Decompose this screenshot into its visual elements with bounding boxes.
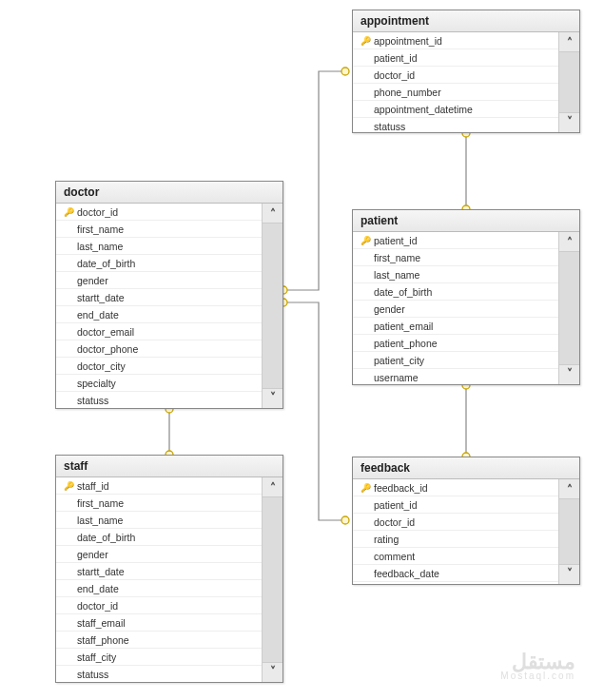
chevron-down-icon[interactable]: ˅ bbox=[567, 567, 573, 580]
field-doctor-doctor_phone[interactable]: doctor_phone bbox=[56, 340, 262, 358]
field-patient-username[interactable]: username bbox=[353, 369, 558, 384]
chevron-up-icon[interactable]: ˄ bbox=[567, 236, 573, 249]
field-appointment-phone_number[interactable]: phone_number bbox=[353, 84, 558, 101]
field-doctor-gender[interactable]: gender bbox=[56, 272, 262, 289]
field-name-label: phone_number bbox=[372, 87, 555, 98]
field-staff-gender[interactable]: gender bbox=[56, 546, 262, 563]
chevron-down-icon[interactable]: ˅ bbox=[567, 115, 573, 128]
field-staff-staff_city[interactable]: staff_city bbox=[56, 649, 262, 666]
field-feedback-comment[interactable]: comment bbox=[353, 548, 558, 565]
field-name-label: statuss bbox=[75, 669, 258, 680]
scrollbar-track[interactable] bbox=[263, 496, 283, 663]
erd-canvas: مستقل Mostaql.com appointment🔑appointmen… bbox=[0, 0, 604, 700]
field-staff-staff_email[interactable]: staff_email bbox=[56, 614, 262, 632]
scrollbar-track[interactable] bbox=[559, 498, 579, 565]
field-appointment-patient_id[interactable]: patient_id bbox=[353, 49, 558, 67]
field-name-label: end_date bbox=[75, 309, 258, 321]
field-name-label: gender bbox=[75, 275, 258, 286]
chevron-up-icon[interactable]: ˄ bbox=[567, 36, 573, 49]
scrollbar-track[interactable] bbox=[559, 51, 579, 113]
field-appointment-appointment_datetime[interactable]: appointment_datetime bbox=[353, 101, 558, 118]
chevron-down-icon[interactable]: ˅ bbox=[567, 367, 573, 380]
chevron-down-icon[interactable]: ˅ bbox=[270, 391, 276, 404]
field-name-label: last_name bbox=[75, 515, 258, 526]
field-name-label: patient_id bbox=[372, 235, 555, 246]
field-name-label: patient_id bbox=[372, 499, 555, 511]
field-staff-first_name[interactable]: first_name bbox=[56, 495, 262, 512]
field-name-label: doctor_email bbox=[75, 326, 258, 338]
field-doctor-last_name[interactable]: last_name bbox=[56, 238, 262, 255]
field-patient-date_of_birth[interactable]: date_of_birth bbox=[353, 283, 558, 301]
primary-key-icon: 🔑 bbox=[62, 207, 75, 217]
field-name-label: patient_id bbox=[372, 52, 555, 64]
field-feedback-doctor_id[interactable]: doctor_id bbox=[353, 514, 558, 531]
field-doctor-doctor_id[interactable]: 🔑doctor_id bbox=[56, 204, 262, 221]
field-name-label: last_name bbox=[75, 241, 258, 252]
field-staff-doctor_id[interactable]: doctor_id bbox=[56, 597, 262, 614]
field-patient-patient_phone[interactable]: patient_phone bbox=[353, 335, 558, 352]
entity-header-staff[interactable]: staff bbox=[56, 456, 283, 477]
field-staff-last_name[interactable]: last_name bbox=[56, 512, 262, 529]
field-doctor-statuss[interactable]: statuss bbox=[56, 392, 262, 408]
field-name-label: end_date bbox=[75, 583, 258, 594]
field-patient-gender[interactable]: gender bbox=[353, 301, 558, 318]
field-doctor-doctor_email[interactable]: doctor_email bbox=[56, 323, 262, 340]
field-name-label: appointment_datetime bbox=[372, 104, 555, 115]
chevron-up-icon[interactable]: ˄ bbox=[270, 207, 276, 221]
chevron-up-icon[interactable]: ˄ bbox=[567, 483, 573, 496]
field-patient-patient_email[interactable]: patient_email bbox=[353, 318, 558, 335]
entity-appointment[interactable]: appointment🔑appointment_idpatient_iddoct… bbox=[352, 10, 580, 133]
field-name-label: last_name bbox=[372, 269, 555, 281]
field-patient-last_name[interactable]: last_name bbox=[353, 266, 558, 283]
field-staff-staff_id[interactable]: 🔑staff_id bbox=[56, 477, 262, 495]
field-patient-patient_city[interactable]: patient_city bbox=[353, 352, 558, 369]
field-feedback-feedback_id[interactable]: 🔑feedback_id bbox=[353, 479, 558, 496]
field-staff-statuss[interactable]: statuss bbox=[56, 666, 262, 682]
scrollbar-appointment[interactable]: ˄˅ bbox=[558, 32, 579, 132]
field-name-label: date_of_birth bbox=[372, 286, 555, 298]
field-name-label: staff_email bbox=[75, 617, 258, 629]
entity-patient[interactable]: patient🔑patient_idfirst_namelast_namedat… bbox=[352, 209, 580, 385]
field-appointment-appointment_id[interactable]: 🔑appointment_id bbox=[353, 32, 558, 49]
entity-feedback[interactable]: feedback🔑feedback_idpatient_iddoctor_idr… bbox=[352, 457, 580, 585]
field-feedback-rating[interactable]: rating bbox=[353, 531, 558, 548]
field-patient-first_name[interactable]: first_name bbox=[353, 249, 558, 266]
field-feedback-patient_id[interactable]: patient_id bbox=[353, 496, 558, 514]
scrollbar-feedback[interactable]: ˄˅ bbox=[558, 479, 579, 584]
chevron-down-icon[interactable]: ˅ bbox=[270, 665, 276, 678]
field-doctor-end_date[interactable]: end_date bbox=[56, 306, 262, 323]
field-name-label: rating bbox=[372, 534, 555, 545]
field-doctor-first_name[interactable]: first_name bbox=[56, 221, 262, 238]
entity-rows-staff: 🔑staff_idfirst_namelast_namedate_of_birt… bbox=[56, 477, 262, 682]
entity-doctor[interactable]: doctor🔑doctor_idfirst_namelast_namedate_… bbox=[55, 181, 283, 409]
field-appointment-statuss[interactable]: statuss bbox=[353, 118, 558, 132]
field-name-label: comment bbox=[372, 551, 555, 562]
scrollbar-track[interactable] bbox=[263, 223, 283, 389]
entity-header-doctor[interactable]: doctor bbox=[56, 182, 283, 204]
field-doctor-specialty[interactable]: specialty bbox=[56, 375, 262, 392]
chevron-up-icon[interactable]: ˄ bbox=[270, 481, 276, 495]
scrollbar-patient[interactable]: ˄˅ bbox=[558, 232, 579, 384]
entity-header-patient[interactable]: patient bbox=[353, 210, 579, 232]
field-staff-staff_phone[interactable]: staff_phone bbox=[56, 632, 262, 649]
field-patient-patient_id[interactable]: 🔑patient_id bbox=[353, 232, 558, 249]
endpoint-feedback-left bbox=[341, 516, 349, 524]
field-doctor-date_of_birth[interactable]: date_of_birth bbox=[56, 255, 262, 272]
field-appointment-doctor_id[interactable]: doctor_id bbox=[353, 67, 558, 84]
field-staff-startt_date[interactable]: startt_date bbox=[56, 563, 262, 580]
field-name-label: feedback_id bbox=[372, 482, 555, 494]
doctor-feedback-line bbox=[283, 302, 345, 520]
entity-header-appointment[interactable]: appointment bbox=[353, 10, 579, 32]
scrollbar-track[interactable] bbox=[559, 251, 579, 365]
field-staff-date_of_birth[interactable]: date_of_birth bbox=[56, 529, 262, 546]
scrollbar-staff[interactable]: ˄˅ bbox=[262, 477, 283, 682]
field-name-label: patient_phone bbox=[372, 338, 555, 349]
scrollbar-doctor[interactable]: ˄˅ bbox=[262, 204, 283, 408]
field-feedback-feedback_date[interactable]: feedback_date bbox=[353, 565, 558, 582]
entity-staff[interactable]: staff🔑staff_idfirst_namelast_namedate_of… bbox=[55, 455, 283, 683]
entity-header-feedback[interactable]: feedback bbox=[353, 457, 579, 479]
field-name-label: first_name bbox=[75, 224, 258, 235]
field-staff-end_date[interactable]: end_date bbox=[56, 580, 262, 597]
field-doctor-doctor_city[interactable]: doctor_city bbox=[56, 358, 262, 375]
field-doctor-startt_date[interactable]: startt_date bbox=[56, 289, 262, 306]
